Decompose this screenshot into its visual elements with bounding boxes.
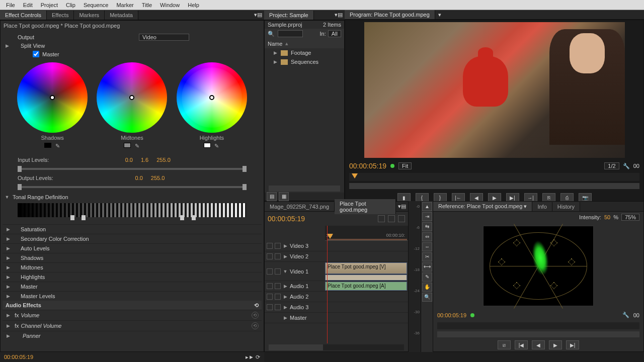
- input-levels-slider[interactable]: [18, 168, 247, 170]
- expand-arrow-icon[interactable]: [6, 313, 11, 318]
- speaker-icon[interactable]: [267, 283, 273, 289]
- playhead-icon[interactable]: [352, 173, 358, 178]
- wheel-handle[interactable]: [209, 95, 214, 100]
- highlights-wheel[interactable]: [177, 62, 247, 133]
- search-icon[interactable]: 🔍: [268, 31, 275, 37]
- eye-icon[interactable]: [267, 253, 273, 259]
- timeline-zoom-scroll[interactable]: [269, 344, 404, 350]
- effect-master-levels[interactable]: Master Levels: [13, 293, 55, 299]
- zoom-slider-icon[interactable]: ▸► ⟳: [246, 354, 260, 360]
- expand-arrow-icon[interactable]: [6, 227, 11, 232]
- list-view-icon[interactable]: ▤: [267, 192, 277, 201]
- panel-menu-icon[interactable]: ▾▤: [254, 12, 262, 18]
- eye-icon[interactable]: [267, 268, 273, 275]
- menu-marker[interactable]: Marker: [112, 1, 137, 9]
- midtones-wheel[interactable]: [97, 62, 167, 133]
- input-level-black[interactable]: 0.0: [125, 157, 133, 163]
- resolution-select[interactable]: 1/2: [604, 162, 619, 169]
- work-area[interactable]: [327, 239, 407, 240]
- program-timecode[interactable]: 00:00:05:19: [349, 162, 386, 170]
- hand-tool[interactable]: ✋: [422, 283, 432, 292]
- zoom-tool[interactable]: 🔍: [422, 293, 432, 302]
- track-header-audio2[interactable]: Audio 2: [265, 292, 325, 302]
- expand-arrow-icon[interactable]: [283, 269, 288, 274]
- menu-help[interactable]: Help: [184, 1, 203, 9]
- expand-arrow-icon[interactable]: [6, 265, 11, 270]
- in-select[interactable]: All: [328, 30, 341, 37]
- wheel-handle[interactable]: [50, 95, 55, 100]
- timeline-ruler[interactable]: :00 00:00:10:: [325, 226, 408, 241]
- ripple-tool[interactable]: ⇆: [422, 222, 432, 231]
- eyedropper-icon[interactable]: ✎: [134, 143, 140, 149]
- input-level-white[interactable]: 255.0: [156, 157, 171, 163]
- panel-menu-icon[interactable]: ▾▤: [335, 12, 343, 18]
- expand-arrow-icon[interactable]: [6, 294, 11, 299]
- column-header-name[interactable]: Name▴: [265, 39, 344, 48]
- output-levels-slider[interactable]: [18, 186, 247, 188]
- expand-arrow-icon[interactable]: [283, 284, 288, 289]
- tab-effects[interactable]: Effects: [47, 11, 74, 20]
- menu-edit[interactable]: Edit: [19, 1, 37, 9]
- effect-master[interactable]: Master: [13, 284, 38, 290]
- wheel-handle[interactable]: [129, 95, 134, 100]
- slider-handle[interactable]: [243, 166, 247, 172]
- bin-footage[interactable]: Footage: [265, 48, 344, 57]
- timeline-body[interactable]: :00 00:00:10: Place Tpot good.mpeg [V]: [325, 226, 408, 343]
- dropdown-icon[interactable]: ▾: [435, 12, 444, 18]
- track-header-audio1[interactable]: Audio 1: [265, 281, 325, 292]
- menu-project[interactable]: Project: [37, 1, 62, 9]
- effect-saturation[interactable]: Saturation: [13, 226, 46, 232]
- track-select-tool[interactable]: ⇥: [422, 212, 432, 221]
- razor-tool[interactable]: ✂: [422, 252, 432, 261]
- output-select[interactable]: Video: [139, 34, 189, 41]
- slider-handle[interactable]: [18, 184, 22, 190]
- track-header-video1[interactable]: Video 1: [265, 262, 325, 281]
- track-header-master[interactable]: Master: [265, 313, 325, 323]
- expand-arrow-icon[interactable]: [6, 236, 11, 241]
- lock-icon[interactable]: [275, 283, 281, 289]
- tab-effect-controls[interactable]: Effect Controls: [0, 11, 47, 20]
- menu-title[interactable]: Title: [138, 1, 156, 9]
- expand-arrow-icon[interactable]: [6, 323, 11, 328]
- tab-history[interactable]: History: [552, 202, 580, 211]
- expand-arrow-icon[interactable]: [283, 294, 288, 299]
- last-frame-button[interactable]: ▶|: [566, 340, 579, 349]
- tonal-handle[interactable]: [192, 215, 196, 220]
- eyedropper-icon[interactable]: ✎: [54, 143, 60, 149]
- tab-reference[interactable]: Reference: Place Tpot good.mpeg ▾: [433, 202, 532, 211]
- timeline-timecode[interactable]: 00:00:05:19: [268, 215, 305, 223]
- snap-icon[interactable]: [378, 215, 385, 222]
- first-frame-button[interactable]: |◀: [515, 340, 528, 349]
- menu-clip[interactable]: Clip: [62, 1, 79, 9]
- expand-arrow-icon[interactable]: [5, 43, 10, 48]
- expand-arrow-icon[interactable]: [6, 275, 11, 280]
- expand-arrow-icon[interactable]: [283, 243, 288, 248]
- lock-icon[interactable]: [275, 253, 281, 259]
- effect-highlights[interactable]: Highlights: [13, 274, 45, 280]
- slider-handle[interactable]: [18, 166, 22, 172]
- track-master[interactable]: [325, 313, 408, 323]
- tab-metadata[interactable]: Metadata: [105, 11, 138, 20]
- rolling-tool[interactable]: ⇔: [422, 232, 432, 241]
- eye-icon[interactable]: [267, 243, 273, 249]
- expand-arrow-icon[interactable]: [273, 59, 278, 64]
- tab-sequence-1[interactable]: Mage_09225R_743.png: [265, 202, 335, 211]
- playhead-line[interactable]: [327, 226, 328, 343]
- dropdown-icon[interactable]: ▾: [524, 203, 527, 209]
- expand-arrow-icon[interactable]: [283, 254, 288, 259]
- settings-icon[interactable]: [398, 215, 405, 222]
- tonal-handle[interactable]: [180, 215, 184, 220]
- program-preview[interactable]: [364, 22, 625, 158]
- eyedropper-icon[interactable]: ✎: [214, 143, 220, 149]
- reset-icon[interactable]: ⟲: [252, 312, 259, 319]
- speaker-icon[interactable]: [267, 294, 273, 300]
- clip-video1[interactable]: Place Tpot good.mpeg [V]: [325, 262, 407, 274]
- step-back-button[interactable]: ◀: [532, 340, 545, 349]
- vectorscope[interactable]: [483, 226, 594, 306]
- program-ruler[interactable]: [349, 173, 639, 181]
- track-header-video3[interactable]: Video 3: [265, 241, 325, 251]
- tonal-handle[interactable]: [82, 215, 86, 220]
- rate-stretch-tool[interactable]: ↔: [422, 242, 432, 251]
- shadows-swatch[interactable]: [44, 143, 51, 148]
- audio-panner[interactable]: Panner: [13, 333, 40, 339]
